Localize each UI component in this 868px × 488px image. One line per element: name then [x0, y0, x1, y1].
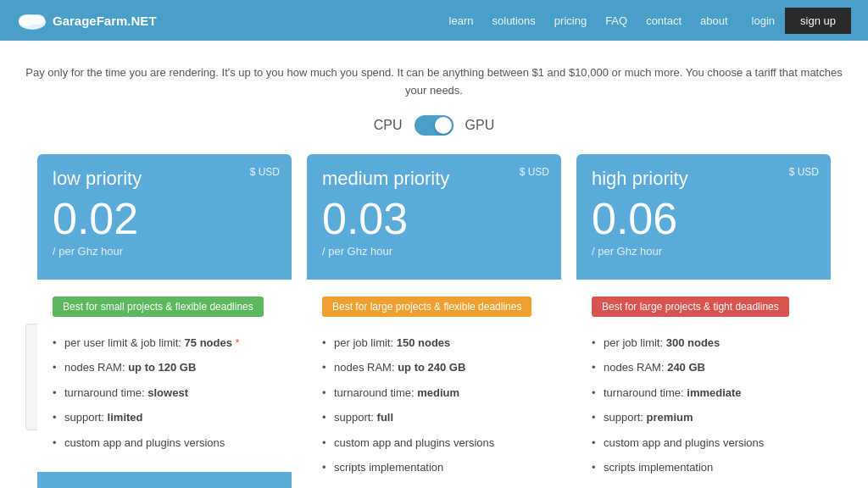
card-high-price: 0.06	[592, 195, 815, 243]
feature-item: per job limit: 150 nodes	[322, 330, 546, 356]
nav-solutions[interactable]: solutions	[492, 14, 536, 27]
nav-links: learn solutions pricing FAQ contact abou…	[449, 14, 728, 27]
feature-item: per job limit: 300 nodes	[592, 330, 815, 356]
feature-item: custom app and plugins versions	[592, 430, 815, 456]
cpu-label: CPU	[374, 118, 403, 133]
hero-text: Pay only for the time you are rendering.…	[0, 41, 868, 115]
feature-item: support: full	[322, 405, 546, 430]
nav-learn[interactable]: learn	[449, 14, 474, 27]
card-low-header: $ USD low priority 0.02 / per Ghz hour	[37, 154, 292, 280]
feature-item: nodes RAM: up to 240 GB	[322, 355, 546, 380]
svg-point-2	[30, 14, 45, 25]
card-high-priority: $ USD high priority 0.06 / per Ghz hour …	[576, 154, 831, 488]
cpu-gpu-toggle-row: CPU GPU	[0, 115, 868, 136]
signup-button[interactable]: sign up	[785, 8, 851, 34]
feature-item: scripts implementation	[592, 455, 815, 480]
toggle-knob	[435, 117, 452, 134]
card-high-header: $ USD high priority 0.06 / per Ghz hour	[576, 154, 831, 280]
nav-pricing[interactable]: pricing	[554, 14, 587, 27]
card-low-price: 0.02	[53, 195, 276, 243]
card-medium-features: per job limit: 150 nodes nodes RAM: up t…	[322, 330, 546, 480]
feature-item: support: premium	[592, 405, 815, 430]
nav-contact[interactable]: contact	[646, 14, 682, 27]
card-medium-priority: $ USD medium priority 0.03 / per Ghz hou…	[307, 154, 561, 488]
card-medium-currency: $ USD	[520, 166, 549, 178]
card-low-body: Best for small projects & flexible deadl…	[37, 280, 292, 473]
card-high-body: Best for large projects & tight deadline…	[576, 280, 831, 488]
feature-item: turnaround time: immediate	[592, 380, 815, 406]
card-medium-price: 0.03	[322, 195, 546, 243]
feature-bold: slowest	[147, 386, 188, 399]
card-low-title: low priority	[53, 168, 276, 190]
nav-faq[interactable]: FAQ	[605, 14, 627, 27]
feature-item: nodes RAM: up to 120 GB	[53, 355, 276, 380]
feature-bold: 240 GB	[667, 361, 705, 374]
card-low-currency: $ USD	[250, 166, 280, 178]
card-medium-header: $ USD medium priority 0.03 / per Ghz hou…	[307, 154, 561, 280]
feature-bold: up to 120 GB	[128, 361, 196, 374]
card-low-price-unit: / per Ghz hour	[53, 245, 276, 258]
card-low-badge: Best for small projects & flexible deadl…	[53, 297, 264, 317]
gpu-label: GPU	[465, 118, 495, 133]
feature-bold: 150 nodes	[397, 336, 451, 349]
feature-item: support: limited	[53, 405, 276, 430]
feature-bold: immediate	[687, 386, 741, 399]
card-low-features: per user limit & job limit: 75 nodes * n…	[53, 330, 276, 456]
card-medium-body: Best for large projects & flexible deadl…	[307, 280, 561, 488]
card-high-price-unit: / per Ghz hour	[592, 245, 815, 258]
feature-item: per user limit & job limit: 75 nodes *	[53, 330, 276, 356]
feature-text: per user limit & job limit: 75 nodes *	[64, 336, 240, 349]
card-high-badge: Best for large projects & tight deadline…	[592, 297, 789, 317]
logo-icon	[17, 8, 47, 32]
pricing-cards-container: * What's priority? * What's job limit? *…	[0, 154, 868, 488]
card-medium-title: medium priority	[322, 168, 546, 190]
feature-bold: up to 240 GB	[398, 361, 465, 374]
feature-bold: 300 nodes	[666, 336, 721, 349]
logo-text: GarageFarm.NET	[53, 14, 157, 28]
card-high-title: high priority	[592, 168, 815, 190]
feature-item: turnaround time: slowest	[53, 380, 276, 406]
feature-item: custom solutions and workflows	[592, 480, 815, 488]
asterisk: *	[236, 336, 240, 349]
card-medium-badge: Best for large projects & flexible deadl…	[322, 297, 531, 317]
feature-item: custom app and plugins versions	[322, 430, 546, 456]
feature-bold: medium	[417, 386, 459, 399]
cpu-gpu-toggle[interactable]	[415, 115, 453, 136]
nav-about[interactable]: about	[700, 14, 728, 27]
feature-item: turnaround time: medium	[322, 380, 546, 406]
feature-item: scripts implementation	[322, 455, 546, 480]
login-button[interactable]: login	[752, 14, 775, 27]
card-low-priority: $ USD low priority 0.02 / per Ghz hour B…	[37, 154, 292, 488]
feature-item: nodes RAM: 240 GB	[592, 355, 815, 380]
feature-bold: premium	[647, 411, 693, 424]
feature-bold: limited	[108, 411, 143, 424]
logo[interactable]: GarageFarm.NET	[17, 8, 157, 32]
card-high-currency: $ USD	[789, 166, 819, 178]
feature-item: custom app and plugins versions	[53, 430, 276, 456]
card-medium-price-unit: / per Ghz hour	[322, 245, 546, 258]
feature-bold: full	[377, 411, 394, 424]
card-high-features: per job limit: 300 nodes nodes RAM: 240 …	[592, 330, 815, 488]
navigation: GarageFarm.NET learn solutions pricing F…	[0, 0, 868, 41]
feature-bold: 75 nodes	[185, 336, 232, 349]
